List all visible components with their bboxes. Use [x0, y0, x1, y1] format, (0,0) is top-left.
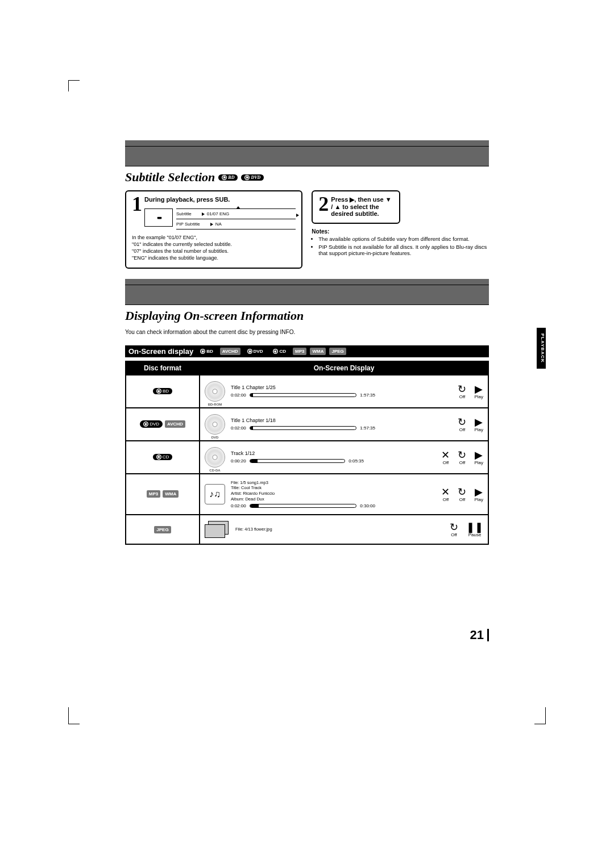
badge-avchd: AVCHD	[220, 348, 240, 355]
notes-heading: Notes:	[312, 228, 489, 235]
page-number: 21	[470, 629, 489, 641]
th-osd: On-Screen Display	[200, 361, 488, 375]
crop-mark-bottom-right	[534, 707, 546, 724]
side-tab-playback: PLAYBACK	[537, 328, 546, 369]
th-disc-format: Disc format	[126, 361, 200, 375]
badge-dvd: DVD	[244, 348, 267, 354]
progress-bar	[250, 459, 346, 463]
progress-bar	[250, 426, 357, 430]
play-icon: ▶	[474, 416, 483, 427]
table-row: JPEG File: 4/13 flower.jpg ↻Off ❚❚Pause	[126, 515, 488, 544]
note-item: The available options of Subtitle vary f…	[318, 236, 489, 242]
badge-cd: CD	[269, 348, 289, 354]
badge-mp3: MP3	[293, 348, 306, 355]
badge-bd: BD	[153, 388, 172, 394]
osd-row2-label: PIP Subtitle	[176, 222, 200, 227]
badge-bd: BD	[218, 174, 238, 181]
badge-jpeg: JPEG	[329, 348, 346, 355]
jpeg-file-line: File: 4/13 flower.jpg	[235, 527, 272, 532]
explain-line: "ENG" indicates the subtitle language.	[132, 254, 296, 261]
mp3-title-line: Title: Cool Track	[231, 485, 375, 491]
cd-total: 0:05:35	[349, 458, 364, 464]
table-row: BD BD-ROM Title 1 Chapter 1/25 0:02:00 1…	[126, 375, 488, 408]
status-icons: ✕Off ↻Off ▶Play	[441, 449, 483, 465]
mp3-file-line: File: 1/5 song1.mp3	[231, 480, 375, 486]
repeat-icon: ↻	[458, 449, 466, 460]
section2-desc: You can check information about the curr…	[125, 329, 489, 335]
heading-text: Subtitle Selection	[125, 170, 215, 185]
repeat-icon: ↻	[458, 383, 466, 394]
side-triangle-icon	[296, 214, 299, 217]
osd-mp3: ♪♫ File: 1/5 song1.mp3 Title: Cool Track…	[200, 474, 488, 515]
step-1-head: During playback, press SUB.	[144, 196, 230, 203]
status-icons: ↻Off ❚❚Pause	[450, 521, 483, 537]
table-row: CD CD-DA Track 1/12 0:00:20 0:05:35 ✕Off	[126, 441, 488, 474]
status-icons: ✕Off ↻Off ▶Play	[441, 486, 483, 502]
repeat-icon: ↻	[458, 486, 466, 496]
osd-jpeg: File: 4/13 flower.jpg ↻Off ❚❚Pause	[200, 515, 488, 544]
mp3-total: 0:30:00	[360, 503, 375, 508]
shuffle-icon: ✕	[441, 486, 450, 496]
mp3-album-line: Album: Dead Dux	[231, 496, 375, 502]
subtitle-osd-diagram: ▪▪▪ Subtitle 01/07 ENG PIP Subtitle	[144, 208, 296, 231]
subhead-text: On-Screen display	[128, 347, 193, 356]
mp3-artist-line: Artist: Ricardo Funiccio	[231, 491, 375, 496]
cd-title: Track 1/12	[231, 450, 364, 456]
disc-icon-bd: BD-ROM	[205, 381, 225, 402]
badge-jpeg: JPEG	[154, 526, 171, 533]
status-icons: ↻Off ▶Play	[458, 416, 483, 432]
rule-bar	[125, 140, 489, 166]
badge-wma: WMA	[310, 348, 326, 355]
explain-line: "07" indicates the total number of subti…	[132, 248, 296, 254]
cd-elapsed: 0:00:20	[231, 458, 246, 464]
photo-stack-icon	[205, 521, 230, 538]
page-content: PLAYBACK Subtitle Selection BD DVD 1 Dur…	[125, 140, 489, 545]
explain-line: In the example "01/07 ENG",	[132, 234, 296, 241]
badge-mp3: MP3	[147, 490, 160, 498]
heading-displaying-info: Displaying On-screen Information	[125, 308, 489, 323]
play-triangle-icon	[210, 223, 213, 226]
dvd-elapsed: 0:02:00	[231, 425, 246, 431]
disc-icon-dvd: DVD	[205, 414, 225, 435]
crop-mark-bottom-left	[68, 707, 80, 724]
osd-row1-value: 01/07 ENG	[207, 211, 230, 216]
dvd-total: 1:57:35	[360, 425, 375, 431]
step-1-explain: In the example "01/07 ENG", "01" indicat…	[132, 234, 296, 262]
crop-mark-top	[68, 80, 80, 91]
heading-subtitle-selection: Subtitle Selection BD DVD	[125, 170, 489, 185]
notes-block: Notes: The available options of Subtitle…	[312, 228, 489, 256]
badge-dvd: DVD	[241, 174, 264, 181]
badge-bd: BD	[197, 348, 217, 354]
progress-bar	[250, 393, 357, 397]
osd-cd: CD-DA Track 1/12 0:00:20 0:05:35 ✕Off ↻O…	[200, 441, 488, 474]
step-1-box: 1 During playback, press SUB. ▪▪▪ Subtit…	[125, 190, 302, 269]
bd-total: 1:57:35	[360, 393, 375, 398]
step-2-box: 2 Press ▶, then use ▼ / ▲ to select the …	[312, 190, 400, 224]
heading-text: Displaying On-screen Information	[125, 308, 304, 323]
repeat-icon: ↻	[450, 521, 458, 532]
osd-table: Disc format On-Screen Display BD BD-ROM …	[125, 361, 489, 545]
badge-dvd: DVD	[140, 420, 163, 428]
repeat-icon: ↻	[458, 416, 466, 427]
dvd-title: Title 1 Chapter 1/18	[231, 418, 375, 423]
explain-line: "01" indicates the currently selected su…	[132, 241, 296, 248]
osd-row1-label: Subtitle	[176, 211, 192, 216]
osd-bd: BD-ROM Title 1 Chapter 1/25 0:02:00 1:57…	[200, 375, 488, 408]
badge-avchd: AVCHD	[165, 420, 185, 428]
osd-dvd: DVD Title 1 Chapter 1/18 0:02:00 1:57:35…	[200, 408, 488, 441]
triangle-up-icon	[236, 206, 240, 209]
play-icon: ▶	[474, 383, 483, 394]
table-row: DVD AVCHD DVD Title 1 Chapter 1/18 0:02:…	[126, 408, 488, 441]
step-2-head: Press ▶, then use ▼ / ▲ to select the de…	[331, 196, 391, 217]
bd-title: Title 1 Chapter 1/25	[231, 385, 375, 390]
rule-bar	[125, 279, 489, 305]
play-triangle-icon	[202, 212, 205, 216]
status-icons: ↻Off ▶Play	[458, 383, 483, 399]
note-item: PIP Subtitle is not available for all di…	[318, 244, 489, 256]
play-icon: ▶	[474, 449, 483, 460]
pause-icon: ❚❚	[466, 521, 483, 532]
osd-row2-value: NA	[215, 222, 222, 227]
badge-cd: CD	[153, 454, 173, 460]
progress-bar	[250, 504, 357, 508]
step-2-number: 2	[318, 196, 329, 212]
